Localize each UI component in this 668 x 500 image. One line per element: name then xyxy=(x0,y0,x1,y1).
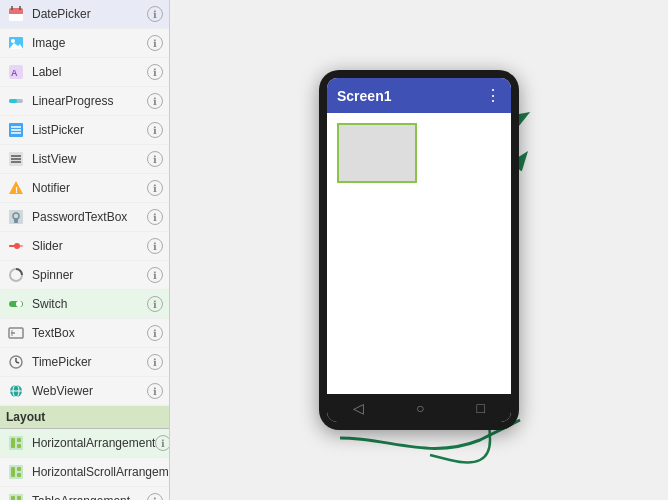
svg-rect-24 xyxy=(14,218,18,223)
phone-header: Screen1 ⋮ xyxy=(327,78,511,113)
sidebar-item-label: LinearProgress xyxy=(32,94,147,108)
sidebar-item-label: Notifier xyxy=(32,181,147,195)
sidebar-item-label: ListView xyxy=(32,152,147,166)
component-sidebar: DatePickerℹImageℹALabelℹLinearProgressℹL… xyxy=(0,0,170,500)
sidebar-item-webviewer[interactable]: WebViewerℹ xyxy=(0,377,169,406)
sidebar-item-label: DatePicker xyxy=(32,7,147,21)
layout-icon xyxy=(6,491,26,500)
nav-home-icon[interactable]: ○ xyxy=(416,400,424,416)
sidebar-item-spinner[interactable]: Spinnerℹ xyxy=(0,261,169,290)
sidebar-item-label: TimePicker xyxy=(32,355,147,369)
layout-icon xyxy=(6,462,26,482)
password-icon xyxy=(6,207,26,227)
info-icon[interactable]: ℹ xyxy=(147,35,163,51)
info-icon[interactable]: ℹ xyxy=(147,383,163,399)
info-icon[interactable]: ℹ xyxy=(147,6,163,22)
phone-screen: Screen1 ⋮ ◁ ○ □ xyxy=(327,78,511,422)
info-icon[interactable]: ℹ xyxy=(155,435,170,451)
info-icon[interactable]: ℹ xyxy=(147,325,163,341)
listview-icon xyxy=(6,149,26,169)
sidebar-item-label: WebViewer xyxy=(32,384,147,398)
slider-icon xyxy=(6,236,26,256)
info-icon[interactable]: ℹ xyxy=(147,209,163,225)
sidebar-item-timepicker[interactable]: TimePickerℹ xyxy=(0,348,169,377)
svg-rect-43 xyxy=(17,444,21,448)
svg-rect-42 xyxy=(17,438,21,442)
notifier-icon: ! xyxy=(6,178,26,198)
sidebar-item-label: Spinner xyxy=(32,268,147,282)
info-icon[interactable]: ℹ xyxy=(147,122,163,138)
sidebar-item-label: Label xyxy=(32,65,147,79)
sidebar-item-label[interactable]: ALabelℹ xyxy=(0,58,169,87)
svg-text:A: A xyxy=(11,68,18,78)
svg-point-6 xyxy=(11,39,15,43)
sidebar-item-passwordtextbox[interactable]: PasswordTextBoxℹ xyxy=(0,203,169,232)
phone-title: Screen1 xyxy=(337,88,391,104)
sidebar-item-linearprogress[interactable]: LinearProgressℹ xyxy=(0,87,169,116)
svg-rect-2 xyxy=(9,11,23,14)
layout-item-label: TableArrangement xyxy=(32,494,147,500)
image-icon xyxy=(6,33,26,53)
sidebar-item-slider[interactable]: Sliderℹ xyxy=(0,232,169,261)
svg-rect-41 xyxy=(11,438,15,448)
info-icon[interactable]: ℹ xyxy=(147,267,163,283)
sidebar-item-listview[interactable]: ListViewℹ xyxy=(0,145,169,174)
sidebar-item-label: Image xyxy=(32,36,147,50)
info-icon[interactable]: ℹ xyxy=(147,493,163,500)
layout-item-horizontalarrangement[interactable]: HorizontalArrangementℹ xyxy=(0,429,169,458)
label-icon: A xyxy=(6,62,26,82)
webviewer-icon xyxy=(6,381,26,401)
layout-item-label: HorizontalScrollArrangement xyxy=(32,465,170,479)
switch-icon xyxy=(6,294,26,314)
sidebar-item-listpicker[interactable]: ListPickerℹ xyxy=(0,116,169,145)
timepicker-icon xyxy=(6,352,26,372)
phone-nav-bar: ◁ ○ □ xyxy=(327,394,511,422)
info-icon[interactable]: ℹ xyxy=(147,238,163,254)
info-icon[interactable]: ℹ xyxy=(147,93,163,109)
calendar-icon xyxy=(6,4,26,24)
svg-rect-45 xyxy=(11,467,15,477)
svg-rect-11 xyxy=(9,99,17,103)
sidebar-item-label: PasswordTextBox xyxy=(32,210,147,224)
info-icon[interactable]: ℹ xyxy=(147,180,163,196)
svg-point-30 xyxy=(16,301,22,307)
svg-line-36 xyxy=(16,362,19,363)
info-icon[interactable]: ℹ xyxy=(147,296,163,312)
svg-point-27 xyxy=(14,243,20,249)
svg-rect-50 xyxy=(17,496,21,500)
layout-item-horizontalscrollarrangement[interactable]: HorizontalScrollArrangementℹ xyxy=(0,458,169,487)
sidebar-item-image[interactable]: Imageℹ xyxy=(0,29,169,58)
layout-icon xyxy=(6,433,26,453)
phone-mockup: Screen1 ⋮ ◁ ○ □ xyxy=(319,70,519,430)
layout-item-tablearrangement[interactable]: TableArrangementℹ xyxy=(0,487,169,500)
sidebar-item-datepicker[interactable]: DatePickerℹ xyxy=(0,0,169,29)
phone-menu-icon[interactable]: ⋮ xyxy=(485,86,501,105)
nav-recent-icon[interactable]: □ xyxy=(477,400,485,416)
layout-section-header: Layout xyxy=(0,406,169,429)
sidebar-item-label: Slider xyxy=(32,239,147,253)
info-icon[interactable]: ℹ xyxy=(147,151,163,167)
nav-back-icon[interactable]: ◁ xyxy=(353,400,364,416)
spinner-icon xyxy=(6,265,26,285)
svg-rect-49 xyxy=(11,496,15,500)
sidebar-item-label: TextBox xyxy=(32,326,147,340)
listpicker-icon xyxy=(6,120,26,140)
phone-component-box xyxy=(337,123,417,183)
sidebar-item-textbox[interactable]: TextBoxℹ xyxy=(0,319,169,348)
layout-item-label: HorizontalArrangement xyxy=(32,436,155,450)
sidebar-item-label: ListPicker xyxy=(32,123,147,137)
textbox-icon xyxy=(6,323,26,343)
progress-icon xyxy=(6,91,26,111)
info-icon[interactable]: ℹ xyxy=(147,64,163,80)
info-icon[interactable]: ℹ xyxy=(147,354,163,370)
svg-rect-46 xyxy=(17,467,21,471)
sidebar-item-notifier[interactable]: !Notifierℹ xyxy=(0,174,169,203)
phone-content xyxy=(327,113,511,394)
svg-text:!: ! xyxy=(15,185,18,195)
sidebar-item-switch[interactable]: Switchℹ xyxy=(0,290,169,319)
main-canvas: Screen1 ⋮ ◁ ○ □ xyxy=(170,0,668,500)
sidebar-item-label: Switch xyxy=(32,297,147,311)
svg-rect-47 xyxy=(17,473,21,477)
